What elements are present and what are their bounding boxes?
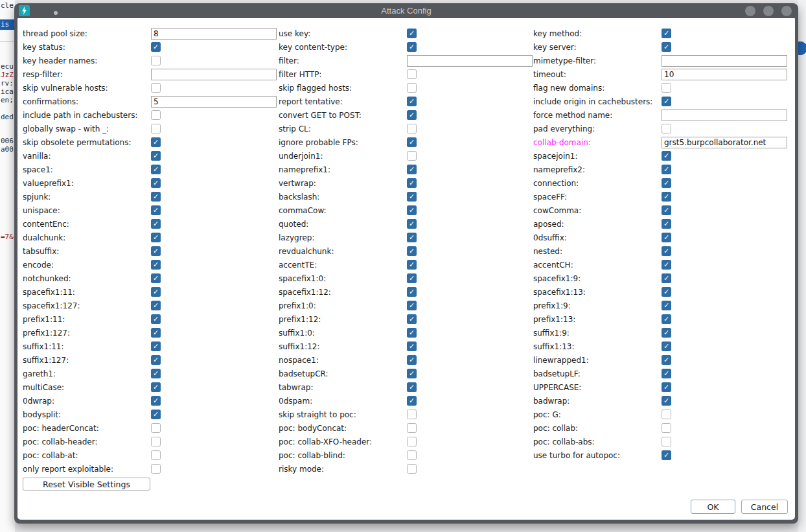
checkbox-checked[interactable]: ✓ — [407, 301, 417, 310]
checkbox-checked[interactable]: ✓ — [151, 287, 161, 297]
checkbox-checked[interactable]: ✓ — [407, 273, 417, 283]
ok-button[interactable]: OK — [691, 500, 735, 514]
checkbox-checked[interactable]: ✓ — [151, 42, 161, 52]
checkbox-checked[interactable]: ✓ — [662, 328, 671, 338]
checkbox-checked[interactable]: ✓ — [407, 260, 417, 270]
checkbox-unchecked[interactable] — [151, 124, 161, 133]
checkbox-unchecked[interactable] — [407, 450, 417, 460]
checkbox-checked[interactable]: ✓ — [407, 137, 417, 147]
checkbox-checked[interactable]: ✓ — [151, 369, 161, 378]
text-field[interactable] — [662, 137, 787, 148]
checkbox-checked[interactable]: ✓ — [662, 192, 671, 202]
checkbox-checked[interactable]: ✓ — [407, 178, 417, 188]
checkbox-checked[interactable]: ✓ — [662, 396, 671, 406]
checkbox-checked[interactable]: ✓ — [407, 382, 417, 392]
checkbox-unchecked[interactable] — [407, 423, 417, 433]
text-field[interactable] — [662, 55, 787, 67]
checkbox-checked[interactable]: ✓ — [407, 246, 417, 256]
window-button-3[interactable] — [781, 6, 792, 16]
checkbox-unchecked[interactable] — [151, 450, 161, 460]
checkbox-checked[interactable]: ✓ — [662, 165, 671, 174]
text-field[interactable] — [151, 69, 277, 80]
checkbox-checked[interactable]: ✓ — [662, 219, 671, 229]
checkbox-unchecked[interactable] — [407, 151, 417, 161]
checkbox-checked[interactable]: ✓ — [662, 151, 671, 161]
dialog-titlebar[interactable]: Attack Config — [14, 3, 798, 18]
checkbox-unchecked[interactable] — [662, 83, 671, 93]
checkbox-checked[interactable]: ✓ — [151, 328, 161, 338]
checkbox-checked[interactable]: ✓ — [151, 137, 161, 147]
cancel-button[interactable]: Cancel — [741, 500, 788, 514]
checkbox-checked[interactable]: ✓ — [662, 369, 671, 378]
checkbox-checked[interactable]: ✓ — [662, 355, 671, 365]
text-field[interactable] — [662, 110, 787, 121]
checkbox-checked[interactable]: ✓ — [151, 410, 161, 419]
checkbox-checked[interactable]: ✓ — [662, 205, 671, 215]
checkbox-checked[interactable]: ✓ — [662, 97, 671, 106]
checkbox-checked[interactable]: ✓ — [662, 341, 671, 351]
checkbox-checked[interactable]: ✓ — [407, 369, 417, 378]
checkbox-checked[interactable]: ✓ — [407, 29, 417, 38]
checkbox-unchecked[interactable] — [407, 69, 417, 79]
checkbox-checked[interactable]: ✓ — [662, 301, 671, 310]
checkbox-checked[interactable]: ✓ — [151, 205, 161, 215]
text-field[interactable] — [662, 69, 787, 80]
checkbox-unchecked[interactable] — [407, 437, 417, 446]
checkbox-checked[interactable]: ✓ — [407, 341, 417, 351]
checkbox-checked[interactable]: ✓ — [151, 301, 161, 310]
checkbox-checked[interactable]: ✓ — [151, 246, 161, 256]
checkbox-unchecked[interactable] — [407, 464, 417, 474]
checkbox-checked[interactable]: ✓ — [662, 450, 671, 460]
text-field[interactable] — [151, 96, 277, 108]
checkbox-checked[interactable]: ✓ — [151, 382, 161, 392]
checkbox-checked[interactable]: ✓ — [407, 42, 417, 52]
checkbox-unchecked[interactable] — [151, 437, 161, 446]
checkbox-unchecked[interactable] — [151, 83, 161, 93]
checkbox-checked[interactable]: ✓ — [662, 178, 671, 188]
text-field[interactable] — [407, 55, 533, 67]
checkbox-checked[interactable]: ✓ — [662, 29, 671, 38]
checkbox-checked[interactable]: ✓ — [151, 151, 161, 161]
checkbox-unchecked[interactable] — [151, 56, 161, 65]
checkbox-checked[interactable]: ✓ — [407, 110, 417, 120]
checkbox-checked[interactable]: ✓ — [662, 382, 671, 392]
checkbox-unchecked[interactable] — [662, 124, 671, 133]
checkbox-checked[interactable]: ✓ — [407, 192, 417, 202]
checkbox-checked[interactable]: ✓ — [407, 233, 417, 242]
checkbox-checked[interactable]: ✓ — [407, 97, 417, 106]
checkbox-unchecked[interactable] — [407, 410, 417, 419]
checkbox-checked[interactable]: ✓ — [151, 219, 161, 229]
window-button-1[interactable] — [745, 6, 755, 16]
checkbox-checked[interactable]: ✓ — [151, 165, 161, 174]
checkbox-unchecked[interactable] — [151, 110, 161, 120]
checkbox-checked[interactable]: ✓ — [662, 260, 671, 270]
checkbox-checked[interactable]: ✓ — [407, 219, 417, 229]
checkbox-unchecked[interactable] — [662, 410, 671, 419]
checkbox-checked[interactable]: ✓ — [407, 314, 417, 324]
checkbox-checked[interactable]: ✓ — [151, 341, 161, 351]
checkbox-unchecked[interactable] — [662, 437, 671, 446]
checkbox-checked[interactable]: ✓ — [662, 287, 671, 297]
checkbox-unchecked[interactable] — [662, 423, 671, 433]
checkbox-unchecked[interactable] — [151, 423, 161, 433]
checkbox-checked[interactable]: ✓ — [407, 328, 417, 338]
reset-visible-settings-button[interactable]: Reset Visible Settings — [23, 478, 150, 491]
checkbox-unchecked[interactable] — [407, 124, 417, 133]
checkbox-checked[interactable]: ✓ — [662, 314, 671, 324]
checkbox-checked[interactable]: ✓ — [662, 233, 671, 242]
checkbox-checked[interactable]: ✓ — [151, 314, 161, 324]
window-button-2[interactable] — [763, 6, 774, 16]
checkbox-checked[interactable]: ✓ — [407, 355, 417, 365]
checkbox-checked[interactable]: ✓ — [662, 246, 671, 256]
checkbox-checked[interactable]: ✓ — [662, 42, 671, 52]
checkbox-checked[interactable]: ✓ — [407, 287, 417, 297]
checkbox-checked[interactable]: ✓ — [407, 205, 417, 215]
checkbox-checked[interactable]: ✓ — [151, 260, 161, 270]
text-field[interactable] — [151, 28, 277, 40]
checkbox-checked[interactable]: ✓ — [662, 273, 671, 283]
checkbox-checked[interactable]: ✓ — [407, 396, 417, 406]
checkbox-checked[interactable]: ✓ — [151, 233, 161, 242]
checkbox-unchecked[interactable] — [407, 83, 417, 93]
checkbox-checked[interactable]: ✓ — [151, 192, 161, 202]
checkbox-checked[interactable]: ✓ — [151, 355, 161, 365]
